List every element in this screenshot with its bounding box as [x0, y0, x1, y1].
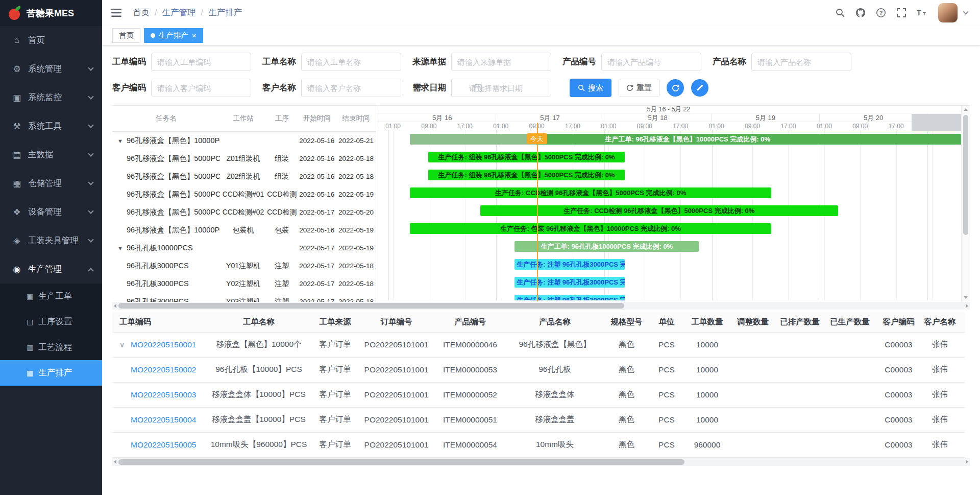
orders-horizontal-scrollbar[interactable] [112, 458, 970, 466]
filter-input[interactable] [301, 79, 401, 97]
order-row[interactable]: ∨MO202205150004 移液盒盒盖【10000】PCS 客户订单 PO2… [112, 407, 965, 432]
sidebar-subitem[interactable]: ▦ 生产排产 [0, 360, 102, 386]
gantt-bar[interactable]: 生产任务: 注塑 96孔孔板3000PCS 完成比例: 0% [514, 295, 624, 300]
gantt-bar[interactable]: 生产任务: CCD检测 96孔移液盒【黑色】5000PCS 完成比例: 0% [480, 205, 838, 216]
menu-fold-icon[interactable] [109, 6, 125, 19]
gantt-task-row[interactable]: ▼ 96孔孔板3000PCS Y02注塑机 注塑 2022-05-17 2022… [112, 275, 376, 293]
sidebar-item[interactable]: ▤ 主数据 [0, 140, 102, 169]
gantt-task-row[interactable]: ▼ 96孔孔板3000PCS Y03注塑机 注塑 2022-05-17 2022… [112, 293, 376, 302]
gantt-bar[interactable]: 生产任务: 组装 96孔移液盒【黑色】5000PCS 完成比例: 0% [428, 152, 624, 162]
search-button[interactable]: 搜索 [570, 79, 611, 97]
order-code-link[interactable]: MO202205150005 [131, 440, 196, 449]
scrollbar-thumb[interactable] [963, 115, 968, 235]
gantt-bar[interactable]: 生产工单: 96孔移液盒【黑色】10000PCS 完成比例: 0% [410, 134, 961, 145]
spec-cell: 黑色 [603, 332, 650, 357]
sidebar-item[interactable]: ⌂ 首页 [0, 26, 102, 55]
order-code-link[interactable]: MO202205150002 [131, 365, 196, 374]
task-workstation: Y01注塑机 [220, 262, 267, 271]
gantt-task-row[interactable]: ▼ 96孔孔板3000PCS Y01注塑机 注塑 2022-05-17 2022… [112, 257, 376, 275]
sidebar-item[interactable]: ▦ 仓储管理 [0, 169, 102, 198]
today-label: 今天 [527, 133, 547, 144]
filter-input[interactable] [601, 53, 701, 71]
sidebar-subitem[interactable]: ▣ 生产工单 [0, 284, 102, 309]
gantt-bar[interactable]: 生产任务: 注塑 96孔孔板3000PCS 完成比例: 0% [514, 259, 624, 270]
github-icon[interactable] [855, 8, 866, 18]
order-code-link[interactable]: MO202205150001 [131, 340, 196, 349]
scrollbar-thumb[interactable] [118, 459, 684, 465]
produced-qty-cell [825, 407, 875, 432]
row-expand-caret[interactable]: ▼ [117, 245, 127, 251]
question-icon[interactable]: ? [876, 8, 886, 18]
scroll-left-arrow-icon[interactable] [114, 460, 116, 464]
gantt-task-row[interactable]: ▼ 96孔孔板10000PCS 2022-05-17 2022-05-19 [112, 239, 376, 257]
reset-button[interactable]: 重置 [619, 79, 659, 97]
product-name-cell: 移液盒盒体 [506, 382, 603, 407]
gantt-chart-body: 生产工单: 96孔移液盒【黑色】10000PCS 完成比例: 0%生产任务: 组… [376, 130, 961, 300]
row-expand-caret[interactable]: ∨ [119, 341, 131, 349]
scroll-left-arrow-icon[interactable] [114, 304, 116, 308]
order-row[interactable]: ∨MO202205150005 10mm吸头【960000】PCS 客户订单 P… [112, 432, 965, 457]
scroll-down-arrow-icon[interactable] [964, 296, 968, 299]
order-source-cell: 客户订单 [311, 357, 359, 382]
app-logo[interactable]: 苦糖果MES [0, 0, 102, 26]
scrollbar-thumb[interactable] [118, 303, 624, 309]
order-no-cell: PO202205101001 [359, 407, 434, 432]
fullscreen-icon[interactable] [896, 8, 906, 18]
scroll-up-arrow-icon[interactable] [964, 108, 968, 111]
grid-line [932, 130, 933, 300]
demand-date-cell: 2022-05-20 [958, 407, 965, 432]
sidebar-item[interactable]: ⚒ 系统工具 [0, 112, 102, 140]
sidebar-item[interactable]: ▣ 系统监控 [0, 83, 102, 112]
gantt-bar[interactable]: 生产任务: CCD检测 96孔移液盒【黑色】5000PCS 完成比例: 0% [410, 187, 771, 198]
order-row[interactable]: ∨MO202205150001 移液盒【黑色】10000个 客户订单 PO202… [112, 332, 965, 357]
gantt-task-row[interactable]: ▼ 96孔移液盒【黑色】5000PCS CCD检测#01 CCD检测 2022-… [112, 185, 376, 203]
font-size-icon[interactable]: TT [917, 9, 928, 17]
filter-input[interactable] [151, 79, 251, 97]
filter-input[interactable] [151, 53, 251, 71]
view-tab[interactable]: 生产排产 × [144, 28, 203, 43]
user-avatar[interactable] [938, 3, 958, 22]
gantt-task-row[interactable]: ▼ 96孔移液盒【黑色】10000PCS 2022-05-16 2022-05-… [112, 132, 376, 150]
edit-button[interactable] [691, 79, 708, 97]
filter-input[interactable] [301, 53, 401, 71]
gantt-bar[interactable]: 生产任务: 注塑 96孔孔板3000PCS 完成比例: 0% [514, 277, 624, 288]
gantt-task-row[interactable]: ▼ 96孔移液盒【黑色】5000PCS Z02组装机 组装 2022-05-16… [112, 168, 376, 185]
row-expand-caret[interactable]: ▼ [117, 138, 127, 144]
filter-input[interactable] [751, 53, 851, 71]
gantt-bar[interactable]: 生产任务: 包装 96孔移液盒【黑色】10000PCS 完成比例: 0% [410, 223, 771, 234]
task-workstation: Z02组装机 [220, 172, 267, 181]
breadcrumb-item[interactable]: 首页 [133, 7, 150, 18]
tab-close-icon[interactable]: × [192, 32, 197, 39]
order-code-cell: ∨MO202205150004 [112, 407, 206, 432]
scheduled-qty-cell [775, 382, 825, 407]
sidebar-subitem[interactable]: ▥ 工艺流程 [0, 335, 102, 360]
refresh-button[interactable] [667, 79, 684, 97]
sidebar-subitem[interactable]: ▤ 工序设置 [0, 309, 102, 335]
task-end-time: 2022-05-19 [336, 226, 376, 234]
gantt-bar[interactable]: 生产工单: 96孔孔板10000PCS 完成比例: 0% [514, 241, 699, 252]
scroll-right-arrow-icon[interactable] [966, 460, 968, 464]
gantt-task-row[interactable]: ▼ 96孔移液盒【黑色】5000PCS CCD检测#02 CCD检测 2022-… [112, 203, 376, 221]
order-row[interactable]: ∨MO202205150003 移液盒盒体【10000】PCS 客户订单 PO2… [112, 382, 965, 407]
gantt-task-row[interactable]: ▼ 96孔移液盒【黑色】5000PCS Z01组装机 组装 2022-05-16… [112, 150, 376, 168]
sidebar-item[interactable]: ❖ 设备管理 [0, 198, 102, 226]
search-icon[interactable] [835, 8, 845, 18]
sidebar-item[interactable]: ◉ 生产管理 [0, 255, 102, 284]
caret-down-icon[interactable] [963, 9, 968, 14]
filter-input[interactable] [451, 79, 551, 97]
customer-name-cell: 张伟 [922, 407, 958, 432]
order-code-link[interactable]: MO202205150003 [131, 390, 196, 399]
order-code-link[interactable]: MO202205150004 [131, 415, 196, 424]
breadcrumb-item[interactable]: 生产管理 [150, 7, 196, 18]
filter-input[interactable] [451, 53, 551, 71]
gantt-vertical-scrollbar[interactable] [961, 106, 970, 301]
gantt-horizontal-scrollbar[interactable] [112, 302, 970, 310]
order-row[interactable]: ∨MO202205150002 96孔孔板【10000】PCS 客户订单 PO2… [112, 357, 965, 382]
gantt-task-row[interactable]: ▼ 96孔移液盒【黑色】10000PCS 包装机 包装 2022-05-16 2… [112, 221, 376, 239]
breadcrumb-item[interactable]: 生产排产 [196, 7, 242, 18]
scroll-right-arrow-icon[interactable] [966, 304, 968, 308]
gantt-bar[interactable]: 生产任务: 组装 96孔移液盒【黑色】5000PCS 完成比例: 0% [428, 170, 624, 180]
view-tab[interactable]: 首页 × [112, 28, 140, 43]
sidebar-item[interactable]: ◈ 工装夹具管理 [0, 226, 102, 255]
sidebar-item[interactable]: ⚙ 系统管理 [0, 55, 102, 83]
